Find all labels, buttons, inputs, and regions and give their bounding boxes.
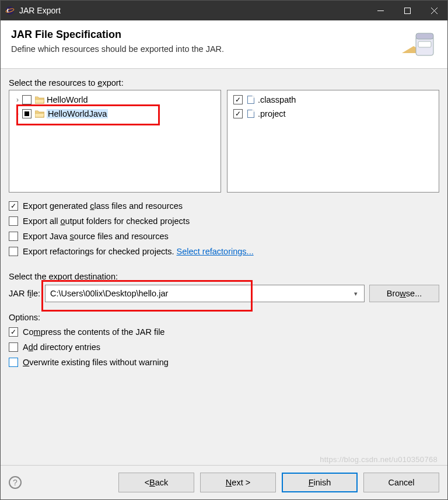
tree-item-label: .classpath: [258, 95, 296, 104]
cancel-button[interactable]: Cancel: [363, 473, 439, 492]
export-options: Export generated class files and resourc…: [9, 198, 439, 259]
opt-export-refactorings[interactable]: Export refactorings for checked projects…: [9, 244, 439, 259]
tree-item-helloworldjava[interactable]: › HelloWorldJava: [13, 107, 217, 121]
project-folder-icon: [35, 110, 44, 118]
help-icon[interactable]: ?: [9, 476, 22, 489]
opt-export-classfiles[interactable]: Export generated class files and resourc…: [9, 198, 439, 214]
checkbox[interactable]: [9, 342, 18, 352]
resources-label: Select the resources to export:: [9, 78, 439, 88]
finish-button[interactable]: Finish: [282, 473, 358, 492]
checkbox[interactable]: [9, 216, 18, 226]
destination-label: Select the export destination:: [9, 272, 439, 281]
jar-icon: [400, 29, 437, 61]
back-button[interactable]: < Back: [118, 473, 194, 492]
wizard-footer: ? < Back Next > Finish Cancel: [1, 465, 447, 499]
checkbox-project[interactable]: [233, 109, 243, 118]
options-section: Options: Compress the contents of the JA…: [9, 310, 439, 370]
checkbox-helloworld[interactable]: [22, 95, 32, 104]
checkbox[interactable]: [9, 358, 18, 367]
tree-item-label: HelloWorldJava: [47, 109, 108, 118]
tree-item-classpath[interactable]: .classpath: [231, 93, 435, 107]
maximize-button[interactable]: [394, 1, 421, 20]
opt-adddir[interactable]: Add directory entries: [9, 340, 439, 355]
checkbox[interactable]: [9, 232, 18, 241]
file-icon: [246, 110, 256, 118]
browse-button[interactable]: Browse...: [369, 285, 439, 302]
tree-item-helloworld[interactable]: › HelloWorld: [13, 93, 217, 107]
checkbox[interactable]: [9, 247, 18, 256]
opt-export-sourcefiles[interactable]: Export Java source files and resources: [9, 229, 439, 244]
tree-item-label: HelloWorld: [47, 95, 88, 104]
options-label: Options:: [9, 313, 439, 322]
close-button[interactable]: [421, 1, 447, 20]
chevron-down-icon[interactable]: ▾: [350, 288, 362, 299]
files-tree[interactable]: .classpath .project: [227, 90, 439, 193]
checkbox[interactable]: [9, 327, 18, 337]
svg-rect-8: [418, 41, 431, 47]
checkbox[interactable]: [9, 201, 18, 211]
banner-subheading: Define which resources should be exporte…: [11, 44, 400, 54]
chevron-right-icon[interactable]: ›: [13, 96, 22, 104]
svg-rect-3: [404, 8, 410, 13]
banner-heading: JAR File Specification: [11, 29, 400, 41]
svg-rect-7: [416, 33, 433, 39]
wizard-banner: JAR File Specification Define which reso…: [1, 20, 447, 69]
tree-item-project[interactable]: .project: [231, 107, 435, 121]
file-icon: [246, 96, 256, 104]
titlebar: JAR Export: [1, 1, 447, 20]
projects-tree[interactable]: › HelloWorld › HelloWorldJava: [9, 90, 221, 193]
jar-export-window: JAR Export JAR File Specification Define…: [0, 0, 448, 500]
next-button[interactable]: Next >: [200, 473, 276, 492]
opt-compress[interactable]: Compress the contents of the JAR file: [9, 324, 439, 340]
tree-item-label: .project: [258, 109, 286, 118]
jarfile-combo[interactable]: C:\Users\00lix\Desktop\hello.jar ▾: [45, 285, 365, 302]
opt-overwrite[interactable]: Overwrite existing files without warning: [9, 355, 439, 370]
jarfile-label: JAR file:: [9, 289, 40, 298]
destination-section: Select the export destination: JAR file:…: [9, 270, 439, 302]
select-refactorings-link[interactable]: Select refactorings...: [177, 247, 254, 256]
window-title: JAR Export: [19, 6, 367, 15]
opt-export-outputfolders[interactable]: Export all output folders for checked pr…: [9, 214, 439, 229]
jarfile-value: C:\Users\00lix\Desktop\hello.jar: [50, 289, 168, 298]
project-folder-icon: [35, 96, 44, 104]
checkbox-helloworldjava[interactable]: [22, 109, 32, 118]
eclipse-icon: [5, 6, 15, 15]
minimize-button[interactable]: [367, 1, 394, 20]
checkbox-classpath[interactable]: [233, 95, 243, 104]
chevron-right-icon[interactable]: ›: [13, 110, 22, 118]
